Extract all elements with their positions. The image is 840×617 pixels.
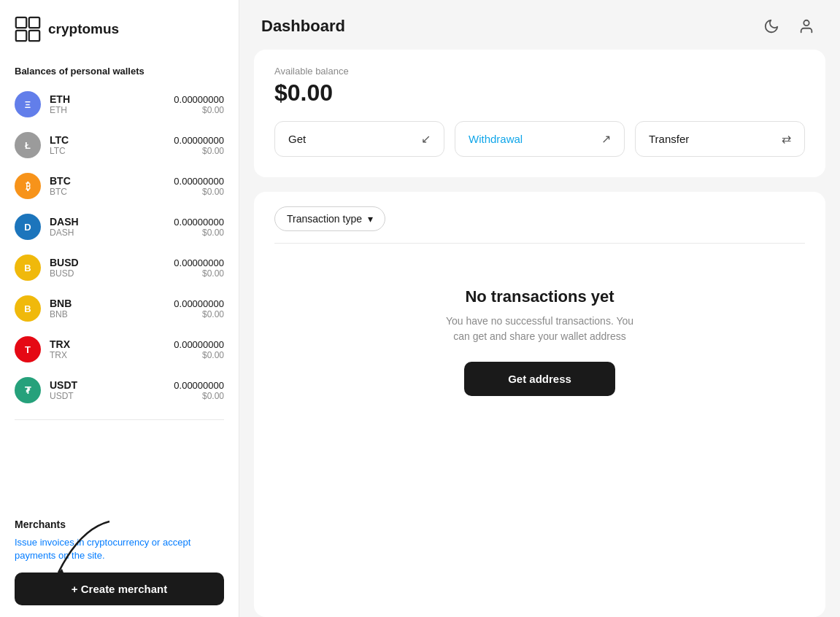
balance-usd: $0.00 [202,309,224,319]
chevron-down-icon: ▾ [368,213,373,225]
balance-usd: $0.00 [202,228,224,238]
coin-icon-ltc: Ł [15,132,41,158]
svg-point-5 [804,20,809,26]
svg-rect-1 [29,18,39,28]
balance-usd: $0.00 [202,268,224,279]
topbar-icons [760,15,818,38]
withdrawal-button[interactable]: Withdrawal ↗ [455,121,625,157]
main-content: Dashboard Available balance $0.00 Get ↙ … [239,0,840,617]
coin-name: TRX [50,338,165,350]
sidebar-divider [15,419,224,420]
balance-usd: $0.00 [202,146,224,156]
coin-name: LTC [50,134,165,146]
coin-balance: 0.00000000 $0.00 [174,176,224,197]
balance-crypto: 0.00000000 [174,257,224,268]
wallet-item[interactable]: ₿ BTC BTC 0.00000000 $0.00 [7,166,231,206]
merchants-desc: Issue invoices in cryptocurrency or acce… [15,536,224,562]
wallet-item[interactable]: B BUSD BUSD 0.00000000 $0.00 [7,247,231,288]
svg-rect-2 [16,31,26,41]
coin-balance: 0.00000000 $0.00 [174,257,224,279]
wallet-item[interactable]: Ł LTC LTC 0.00000000 $0.00 [7,125,231,166]
wallet-item[interactable]: ₮ USDT USDT 0.00000000 $0.00 [7,370,231,411]
get-button-icon: ↙ [421,132,431,146]
dark-mode-icon[interactable] [760,15,783,38]
coin-balance: 0.00000000 $0.00 [174,217,224,238]
coin-symbol: BTC [50,187,165,197]
balance-crypto: 0.00000000 [174,176,224,187]
coin-info: TRX TRX [50,338,165,360]
get-address-button[interactable]: Get address [464,362,615,396]
transaction-type-label: Transaction type [287,213,362,225]
coin-info: DASH DASH [50,216,165,238]
filter-row: Transaction type ▾ [274,206,805,244]
profile-icon[interactable] [795,15,818,38]
coin-icon-btc: ₿ [15,173,41,199]
logo-icon [15,16,41,42]
wallet-item[interactable]: D DASH DASH 0.00000000 $0.00 [7,206,231,247]
transfer-button-icon: ⇄ [782,132,791,146]
coin-info: USDT USDT [50,379,165,401]
coin-symbol: BUSD [50,268,165,279]
transaction-type-button[interactable]: Transaction type ▾ [274,206,385,231]
coin-symbol: DASH [50,228,165,238]
coin-icon-eth: Ξ [15,91,41,117]
coin-info: LTC LTC [50,134,165,156]
create-merchant-button[interactable]: + Create merchant [15,573,224,605]
coin-name: DASH [50,216,165,228]
merchants-section: Merchants Issue invoices in cryptocurren… [0,516,239,617]
coin-info: BTC BTC [50,175,165,197]
coin-info: BUSD BUSD [50,257,165,279]
balance-crypto: 0.00000000 [174,339,224,350]
coin-name: ETH [50,93,165,105]
transfer-button-label: Transfer [649,133,689,145]
no-transactions-description: You have no successful transactions. You… [438,314,642,344]
balance-usd: $0.00 [202,391,224,401]
coin-balance: 0.00000000 $0.00 [174,298,224,319]
action-buttons: Get ↙ Withdrawal ↗ Transfer ⇄ [274,121,805,157]
coin-balance: 0.00000000 $0.00 [174,135,224,156]
coin-icon-bnb: B [15,295,41,322]
no-transactions: No transactions yet You have no successf… [274,258,805,411]
balance-crypto: 0.00000000 [174,298,224,309]
available-label: Available balance [274,66,805,77]
coin-icon-busd: B [15,255,41,281]
wallet-item[interactable]: B BNB BNB 0.00000000 $0.00 [7,288,231,329]
get-button-label: Get [288,133,306,145]
coin-icon-trx: T [15,336,41,362]
coin-name: BNB [50,298,165,309]
coin-name: BTC [50,175,165,187]
topbar: Dashboard [239,0,840,50]
coin-symbol: LTC [50,146,165,156]
coin-symbol: BNB [50,309,165,319]
sidebar: cryptomus Balances of personal wallets Ξ… [0,0,239,617]
balance-usd: $0.00 [202,105,224,115]
balance-usd: $0.00 [202,350,224,360]
coin-info: BNB BNB [50,298,165,319]
coin-balance: 0.00000000 $0.00 [174,339,224,360]
wallet-item[interactable]: T TRX TRX 0.00000000 $0.00 [7,329,231,370]
balance-crypto: 0.00000000 [174,380,224,391]
coin-name: BUSD [50,257,165,268]
wallet-list: Ξ ETH ETH 0.00000000 $0.00 Ł LTC LTC 0.0… [0,84,239,411]
wallet-item[interactable]: Ξ ETH ETH 0.00000000 $0.00 [7,84,231,125]
withdrawal-button-icon: ↗ [601,132,611,146]
balance-card: Available balance $0.00 Get ↙ Withdrawal… [254,50,825,177]
coin-icon-dash: D [15,214,41,240]
coin-info: ETH ETH [50,93,165,115]
no-transactions-title: No transactions yet [465,287,614,306]
balance-amount: $0.00 [274,79,805,106]
balance-crypto: 0.00000000 [174,217,224,228]
coin-balance: 0.00000000 $0.00 [174,94,224,115]
balance-crypto: 0.00000000 [174,135,224,146]
balance-usd: $0.00 [202,187,224,197]
page-title: Dashboard [261,17,345,36]
svg-rect-3 [29,31,39,41]
transfer-button[interactable]: Transfer ⇄ [635,121,805,157]
logo-area: cryptomus [0,0,239,55]
get-button[interactable]: Get ↙ [274,121,444,157]
withdrawal-button-label: Withdrawal [469,133,523,145]
wallets-title: Balances of personal wallets [0,55,239,84]
svg-rect-0 [16,18,26,28]
coin-symbol: TRX [50,350,165,360]
coin-name: USDT [50,379,165,391]
